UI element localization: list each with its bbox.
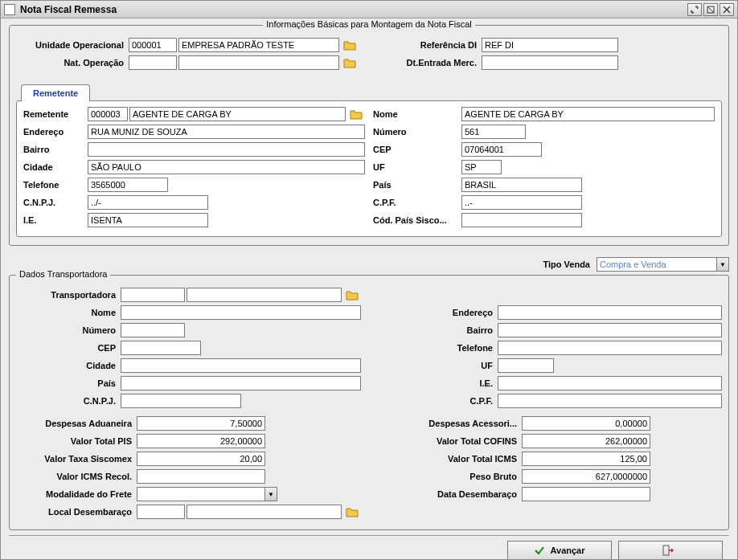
nat-op-lookup-button[interactable] <box>341 55 359 70</box>
exit-door-icon <box>662 544 674 557</box>
unidade-op-lookup-button[interactable] <box>341 38 359 52</box>
transportadora-lookup-button[interactable] <box>343 288 361 302</box>
telefone-input[interactable] <box>88 178 168 192</box>
t-telefone-input[interactable] <box>498 341 722 355</box>
t-cidade-input[interactable] <box>121 358 361 373</box>
t-pais-input[interactable] <box>121 376 361 390</box>
basic-info-group: Informações Básicas para Montagem da Not… <box>9 25 729 246</box>
folder-icon <box>343 57 356 68</box>
cpf-label: C.P.F. <box>373 198 461 207</box>
folder-icon <box>350 108 363 120</box>
ie-label: I.E. <box>23 215 88 225</box>
bairro-input[interactable] <box>88 142 365 157</box>
uf-input[interactable] <box>461 160 502 174</box>
icms-recol-input[interactable] <box>137 469 265 484</box>
local-desembaraco-desc-input[interactable] <box>187 505 342 519</box>
transportadora-desc-input[interactable] <box>187 288 342 302</box>
remetente-lookup-button[interactable] <box>347 107 365 121</box>
cnpj-input[interactable] <box>88 195 208 210</box>
numero-label: Número <box>373 127 461 137</box>
t-nome-input[interactable] <box>121 305 361 320</box>
remetente-code-input[interactable] <box>88 107 128 121</box>
window-title: Nota Fiscal Remessa <box>20 4 117 15</box>
unidade-op-label: Unidade Operacional <box>16 40 129 50</box>
tab-remetente-body: Remetente Endereço <box>16 100 722 237</box>
peso-bruto-input[interactable] <box>522 469 650 484</box>
pais-input[interactable] <box>461 178 582 192</box>
t-cep-input[interactable] <box>121 341 201 355</box>
data-desembaraco-input[interactable] <box>522 487 650 501</box>
folder-icon <box>343 39 356 51</box>
ie-input[interactable] <box>88 213 208 227</box>
minimize-icon <box>691 6 699 14</box>
valor-cofins-input[interactable] <box>522 434 650 448</box>
data-desembaraco-label: Data Desembaraço <box>377 489 522 499</box>
cod-pais-input[interactable] <box>461 213 582 227</box>
nat-op-desc-input[interactable] <box>178 55 339 70</box>
endereco-input[interactable] <box>88 125 365 139</box>
t-cpf-input[interactable] <box>498 394 722 408</box>
close-button[interactable] <box>720 3 734 16</box>
t-uf-label: UF <box>377 361 498 370</box>
unidade-op-desc-input[interactable] <box>178 38 339 52</box>
local-desembaraco-code-input[interactable] <box>137 505 185 519</box>
remetente-desc-input[interactable] <box>129 107 346 121</box>
modalidade-frete-select[interactable] <box>137 487 265 501</box>
tab-remetente[interactable]: Remetente <box>21 84 90 101</box>
t-cnpj-label: C.N.P.J. <box>16 396 121 406</box>
modalidade-frete-dropdown-button[interactable]: ▼ <box>264 487 277 501</box>
maximize-button[interactable] <box>703 3 718 16</box>
tipo-venda-select[interactable] <box>597 257 717 272</box>
nome-input[interactable] <box>461 107 715 121</box>
maximize-icon <box>707 6 715 14</box>
t-bairro-label: Bairro <box>377 325 498 335</box>
chevron-down-icon: ▼ <box>268 491 274 498</box>
cpf-input[interactable] <box>461 195 582 210</box>
t-endereco-input[interactable] <box>498 305 722 320</box>
t-numero-input[interactable] <box>121 323 185 337</box>
nat-op-label: Nat. Operação <box>16 58 129 67</box>
cep-input[interactable] <box>461 142 542 157</box>
taxa-siscomex-label: Valor Taxa Siscomex <box>16 454 137 464</box>
valor-pis-label: Valor Total PIS <box>16 436 137 446</box>
peso-bruto-label: Peso Bruto <box>377 472 522 481</box>
t-telefone-label: Telefone <box>377 343 498 353</box>
t-cpf-label: C.P.F. <box>377 396 498 406</box>
svg-rect-1 <box>663 546 669 555</box>
t-bairro-input[interactable] <box>498 323 722 337</box>
t-ie-input[interactable] <box>498 376 722 390</box>
minimize-button[interactable] <box>687 3 702 16</box>
ref-di-input[interactable] <box>482 38 618 52</box>
taxa-siscomex-input[interactable] <box>137 452 265 466</box>
transportadora-label: Transportadora <box>16 290 121 300</box>
app-icon <box>4 4 15 15</box>
nat-op-code-input[interactable] <box>129 55 177 70</box>
transportadora-code-input[interactable] <box>121 288 185 302</box>
transport-group-title: Dados Transportadora <box>16 269 110 279</box>
t-cidade-label: Cidade <box>16 361 121 370</box>
numero-input[interactable] <box>461 125 526 139</box>
t-uf-input[interactable] <box>498 358 554 373</box>
t-cnpj-input[interactable] <box>121 394 241 408</box>
dt-entrada-input[interactable] <box>482 55 618 70</box>
uf-label: UF <box>373 162 461 172</box>
window-frame: Nota Fiscal Remessa Informações Básicas … <box>0 0 738 560</box>
valor-pis-input[interactable] <box>137 434 265 448</box>
desp-aduaneira-input[interactable] <box>137 416 265 431</box>
cod-pais-label: Cód. País Sisco... <box>373 215 461 225</box>
cidade-input[interactable] <box>88 160 365 174</box>
close-icon <box>723 6 731 14</box>
tipo-venda-dropdown-button[interactable]: ▼ <box>716 257 729 272</box>
remetente-code-label: Remetente <box>23 109 88 119</box>
t-cep-label: CEP <box>16 343 121 353</box>
unidade-op-code-input[interactable] <box>129 38 177 52</box>
pais-label: País <box>373 180 461 190</box>
valor-icms-label: Valor Total ICMS <box>377 454 522 464</box>
t-pais-label: País <box>16 378 121 388</box>
exit-button[interactable] <box>618 541 723 559</box>
avancar-button[interactable]: Avançar <box>507 541 612 559</box>
local-desembaraco-lookup-button[interactable] <box>343 505 361 519</box>
desp-acessori-input[interactable] <box>522 416 650 431</box>
valor-icms-input[interactable] <box>522 452 650 466</box>
modalidade-frete-label: Modalidade do Frete <box>16 489 137 499</box>
